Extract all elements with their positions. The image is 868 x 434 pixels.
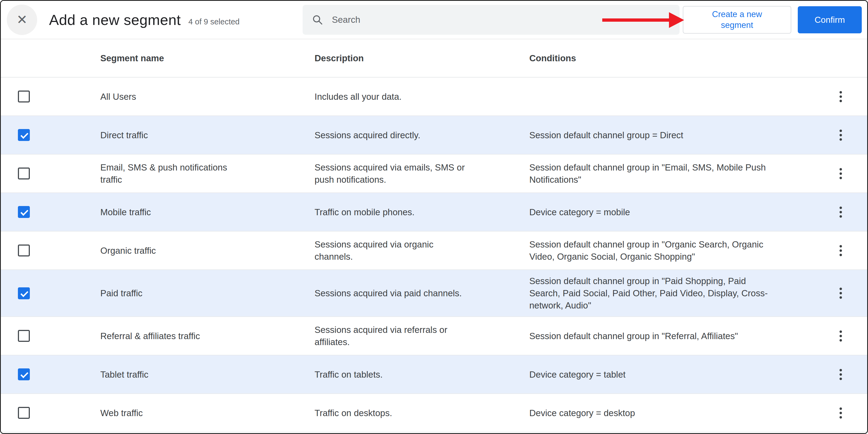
checkbox-cell	[1, 368, 100, 380]
row-checkbox[interactable]	[18, 245, 30, 256]
create-segment-button[interactable]: Create a new segment	[683, 6, 791, 34]
search-input[interactable]	[332, 14, 670, 25]
row-checkbox[interactable]	[18, 287, 30, 299]
confirm-button[interactable]: Confirm	[798, 6, 862, 33]
table-row[interactable]: Organic traffic Sessions acquired via or…	[1, 231, 867, 270]
checkbox-cell	[1, 167, 100, 180]
segment-name: Paid traffic	[100, 287, 315, 299]
table-body: All Users Includes all your data. Direct…	[1, 78, 867, 433]
checkbox-cell	[1, 407, 100, 419]
kebab-menu-icon[interactable]	[834, 165, 847, 182]
segment-description: Sessions acquired via paid channels.	[315, 287, 529, 299]
segment-name: Mobile traffic	[100, 206, 315, 218]
segment-description: Traffic on desktops.	[315, 407, 529, 419]
menu-cell	[814, 126, 867, 144]
segment-conditions: Session default channel group = Direct	[529, 129, 814, 141]
segment-conditions: Session default channel group in "Paid S…	[529, 275, 814, 311]
row-checkbox[interactable]	[18, 407, 30, 419]
segment-name: Tablet traffic	[100, 368, 315, 381]
table-header-row: Segment name Description Conditions	[1, 39, 867, 78]
checkbox-cell	[1, 245, 100, 256]
dialog-header: ✕ Add a new segment 4 of 9 selected Crea…	[1, 1, 867, 39]
column-header-conditions: Conditions	[529, 52, 814, 64]
checkbox-cell	[1, 330, 100, 342]
segment-name: Referral & affiliates traffic	[100, 330, 315, 342]
segment-name: Web traffic	[100, 407, 315, 419]
segment-conditions: Device category = desktop	[529, 407, 814, 419]
row-checkbox[interactable]	[18, 206, 30, 218]
menu-cell	[814, 88, 867, 105]
segment-name: All Users	[100, 91, 315, 103]
checkbox-cell	[1, 287, 100, 299]
kebab-menu-icon[interactable]	[834, 284, 847, 302]
kebab-menu-icon[interactable]	[834, 88, 847, 105]
row-checkbox[interactable]	[18, 91, 30, 102]
segment-conditions: Device category = mobile	[529, 206, 814, 218]
segment-conditions: Session default channel group in "Email,…	[529, 161, 814, 186]
column-header-segment-name: Segment name	[100, 52, 315, 64]
kebab-menu-icon[interactable]	[834, 366, 847, 383]
checkbox-cell	[1, 91, 100, 102]
segment-description: Includes all your data.	[315, 91, 529, 103]
table-row[interactable]: Paid traffic Sessions acquired via paid …	[1, 270, 867, 317]
menu-cell	[814, 366, 867, 383]
menu-cell	[814, 284, 867, 302]
close-icon: ✕	[17, 13, 27, 26]
row-checkbox[interactable]	[18, 129, 30, 141]
menu-cell	[814, 165, 867, 182]
segment-conditions: Device category = tablet	[529, 368, 814, 381]
segment-description: Sessions acquired directly.	[315, 129, 529, 141]
segments-table: Segment name Description Conditions All …	[1, 39, 867, 433]
row-checkbox[interactable]	[18, 330, 30, 342]
table-row[interactable]: Web traffic Traffic on desktops. Device …	[1, 394, 867, 432]
segment-name: Direct traffic	[100, 129, 315, 141]
segment-name: Organic traffic	[100, 245, 315, 257]
kebab-menu-icon[interactable]	[834, 126, 847, 144]
segment-description: Traffic on tablets.	[315, 368, 529, 381]
table-row[interactable]: Email, SMS & push notifications traffic …	[1, 155, 867, 193]
table-row[interactable]: Direct traffic Sessions acquired directl…	[1, 116, 867, 155]
search-bar[interactable]	[303, 5, 680, 35]
menu-cell	[814, 404, 867, 422]
segment-description: Traffic on mobile phones.	[315, 206, 529, 218]
kebab-menu-icon[interactable]	[834, 203, 847, 221]
segment-conditions: Session default channel group in "Organi…	[529, 238, 814, 263]
checkbox-cell	[1, 129, 100, 141]
table-row[interactable]: Mobile traffic Traffic on mobile phones.…	[1, 193, 867, 231]
row-checkbox[interactable]	[18, 368, 30, 380]
search-icon	[312, 14, 323, 26]
row-checkbox[interactable]	[18, 167, 30, 180]
menu-cell	[814, 327, 867, 345]
checkbox-cell	[1, 206, 100, 218]
segment-description: Sessions acquired via referrals or affil…	[315, 324, 529, 348]
segment-description: Sessions acquired via organic channels.	[315, 238, 529, 263]
kebab-menu-icon[interactable]	[834, 327, 847, 345]
segment-conditions: Session default channel group in "Referr…	[529, 330, 814, 342]
close-button[interactable]: ✕	[7, 5, 37, 35]
table-row[interactable]: All Users Includes all your data.	[1, 78, 867, 116]
page-title: Add a new segment	[49, 11, 181, 28]
selection-count: 4 of 9 selected	[188, 13, 240, 26]
add-segment-dialog: ✕ Add a new segment 4 of 9 selected Crea…	[0, 0, 868, 434]
menu-cell	[814, 203, 867, 221]
segment-description: Sessions acquired via emails, SMS or pus…	[315, 161, 529, 186]
kebab-menu-icon[interactable]	[834, 404, 847, 422]
table-row[interactable]: Tablet traffic Traffic on tablets. Devic…	[1, 355, 867, 394]
segment-name: Email, SMS & push notifications traffic	[100, 161, 315, 186]
table-row[interactable]: Referral & affiliates traffic Sessions a…	[1, 317, 867, 355]
column-header-description: Description	[315, 52, 529, 64]
kebab-menu-icon[interactable]	[834, 242, 847, 259]
menu-cell	[814, 242, 867, 259]
